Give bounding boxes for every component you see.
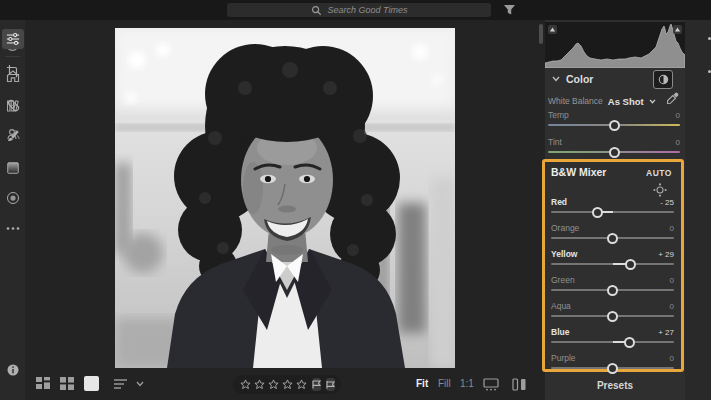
sort-icon[interactable] — [114, 378, 129, 390]
slider-value: 0 — [670, 276, 674, 285]
slider-knob[interactable] — [624, 337, 635, 348]
white-balance-control[interactable]: White Balance As Shot — [548, 94, 668, 108]
slider-label: Tint — [548, 137, 562, 147]
shadow-clipping-icon[interactable] — [548, 25, 557, 34]
bw-slider-aqua: Aqua0 — [551, 301, 674, 317]
sidebar-divider — [5, 56, 20, 57]
detail-zoom-icon[interactable] — [483, 378, 499, 391]
bw-slider-blue: Blue+ 27 — [551, 327, 674, 343]
radial-gradient-icon[interactable] — [4, 189, 22, 207]
slider-knob[interactable] — [592, 207, 603, 218]
sort-chevron-icon[interactable] — [136, 381, 144, 387]
slider-value: + 27 — [658, 328, 674, 337]
top-bar: Search Good Times — [0, 0, 711, 20]
bw-toggle-icon[interactable] — [653, 70, 673, 89]
slider-value: 0 — [670, 224, 674, 233]
linear-gradient-icon[interactable] — [4, 159, 22, 177]
info-icon[interactable] — [4, 361, 22, 379]
chevron-down-icon — [649, 99, 656, 104]
bw-slider-red: Red- 25 — [551, 197, 674, 213]
search-placeholder: Search Good Times — [328, 5, 408, 15]
lightroom-window: Search Good Times — [0, 0, 711, 400]
star-icon[interactable] — [254, 379, 265, 390]
temp-slider: Temp0 — [548, 110, 680, 126]
white-balance-value: As Shot — [608, 96, 644, 107]
bw-slider-orange: Orange0 — [551, 223, 674, 239]
bw-slider-purple: Purple0 — [551, 353, 674, 369]
grid-view-icon[interactable] — [36, 377, 51, 390]
star-icon[interactable] — [296, 379, 307, 390]
search-icon — [311, 5, 322, 16]
panel-scrollbar[interactable] — [539, 24, 543, 44]
presets-button[interactable]: Presets — [545, 375, 685, 396]
rating-pill — [233, 375, 341, 394]
crop-icon[interactable] — [4, 62, 22, 80]
bw-portrait-image — [115, 28, 455, 368]
chevron-down-icon — [552, 76, 560, 82]
slider-label: Green — [551, 275, 575, 285]
slider-value: 0 — [676, 138, 680, 147]
star-icon[interactable] — [282, 379, 293, 390]
slider-knob[interactable] — [607, 363, 618, 374]
slider-value: 0 — [670, 302, 674, 311]
slider-value: - 25 — [660, 198, 674, 207]
tint-slider: Tint0 — [548, 137, 680, 153]
eyedropper-icon[interactable] — [666, 92, 679, 105]
auto-button[interactable]: AUTO — [646, 168, 672, 178]
slider-knob[interactable] — [609, 147, 620, 158]
slider-track[interactable] — [551, 237, 674, 239]
zoom-mode-fit[interactable]: Fit — [416, 378, 428, 389]
bw-slider-yellow: Yellow+ 29 — [551, 249, 674, 265]
slider-value: 0 — [676, 111, 680, 120]
white-balance-label: White Balance — [548, 96, 603, 106]
slider-knob[interactable] — [607, 285, 618, 296]
zoom-mode-fill[interactable]: Fill — [438, 378, 451, 389]
more-tools-icon[interactable] — [4, 219, 22, 237]
slider-label: Yellow — [551, 249, 577, 259]
star-icon[interactable] — [240, 379, 251, 390]
reject-flag-icon[interactable] — [326, 378, 335, 391]
edit-icon[interactable] — [2, 29, 24, 49]
slider-label: Aqua — [551, 301, 571, 311]
search-input[interactable]: Search Good Times — [227, 3, 491, 17]
bw-slider-green: Green0 — [551, 275, 674, 291]
highlight-clipping-icon[interactable] — [673, 25, 682, 34]
bw-mixer-title: B&W Mixer — [551, 166, 606, 178]
slider-knob[interactable] — [607, 233, 618, 244]
pick-flag-icon[interactable] — [312, 378, 321, 391]
slider-knob[interactable] — [607, 311, 618, 322]
square-grid-view-icon[interactable] — [60, 377, 74, 390]
slider-track[interactable] — [551, 341, 674, 343]
slider-track[interactable] — [551, 367, 674, 369]
slider-label: Temp — [548, 110, 569, 120]
detail-view-icon[interactable] — [84, 376, 99, 391]
slider-track[interactable] — [551, 315, 674, 317]
healing-icon[interactable] — [4, 96, 22, 114]
photo[interactable] — [115, 28, 455, 368]
slider-knob[interactable] — [625, 259, 636, 270]
slider-label: Purple — [551, 353, 576, 363]
brush-icon[interactable] — [4, 127, 22, 145]
slider-value: 0 — [670, 354, 674, 363]
tool-rail — [685, 20, 711, 400]
slider-track[interactable] — [548, 151, 680, 153]
slider-label: Blue — [551, 327, 569, 337]
slider-track[interactable] — [551, 289, 674, 291]
slider-track[interactable] — [551, 211, 674, 213]
slider-label: Orange — [551, 223, 579, 233]
slider-track[interactable] — [551, 263, 674, 265]
slider-label: Red — [551, 197, 567, 207]
split-view-icon[interactable] — [512, 378, 527, 391]
slider-track[interactable] — [548, 124, 680, 126]
filter-icon[interactable] — [503, 4, 517, 16]
histogram-curve — [545, 22, 685, 68]
color-section-title: Color — [566, 73, 593, 85]
slider-value: + 29 — [658, 250, 674, 259]
histogram[interactable] — [545, 22, 685, 68]
zoom-mode-1-1[interactable]: 1:1 — [460, 378, 474, 389]
star-icon[interactable] — [268, 379, 279, 390]
slider-knob[interactable] — [609, 120, 620, 131]
targeted-adjustment-icon[interactable] — [653, 183, 667, 197]
